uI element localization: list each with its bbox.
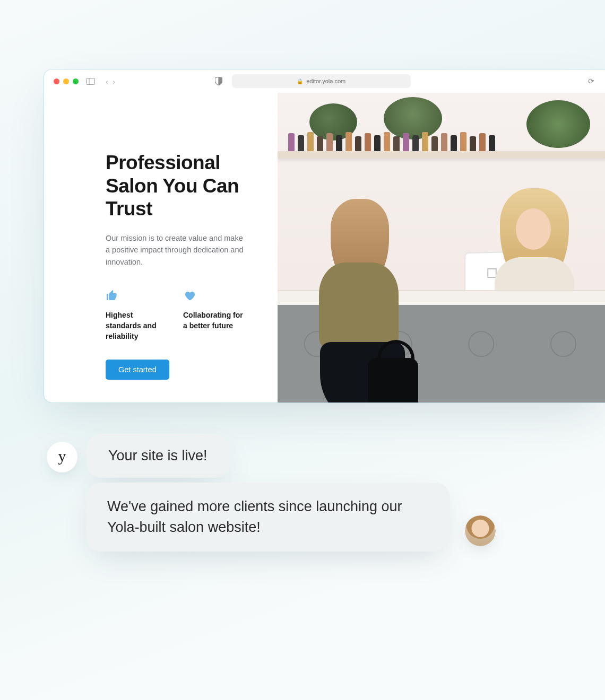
feature-item: Highest standards and reliability (106, 289, 168, 342)
chat-bubble-system: Your site is live! (86, 434, 230, 478)
chat-bubble-user: We've gained more clients since launchin… (86, 483, 450, 552)
forward-icon[interactable]: › (113, 77, 115, 85)
user-avatar (465, 515, 496, 546)
page-headline: Professional Salon You Can Trust (106, 151, 246, 221)
feature-item: Collaborating for a better future (183, 289, 246, 342)
hero-image (278, 93, 605, 402)
chat-text: We've gained more clients since launchin… (107, 498, 402, 535)
get-started-button[interactable]: Get started (106, 360, 169, 380)
browser-chrome: ‹ › 🔒 editor.yola.com ⟳ (44, 69, 605, 93)
sidebar-toggle-icon[interactable] (86, 78, 95, 85)
chat-text: Your site is live! (108, 448, 208, 463)
lock-icon: 🔒 (297, 78, 303, 84)
feature-label: Highest standards and reliability (106, 310, 168, 342)
reload-icon[interactable]: ⟳ (588, 77, 594, 85)
svg-rect-0 (87, 78, 95, 84)
minimize-icon[interactable] (63, 78, 69, 84)
brand-avatar: y (47, 442, 77, 472)
close-icon[interactable] (54, 78, 59, 84)
brand-initial: y (58, 447, 66, 465)
privacy-shield-icon[interactable] (215, 77, 222, 85)
customer-figure (299, 199, 405, 400)
maximize-icon[interactable] (73, 78, 79, 84)
nav-arrows: ‹ › (106, 77, 115, 85)
thumbs-up-icon (106, 289, 168, 303)
url-text: editor.yola.com (306, 78, 345, 84)
browser-window: ‹ › 🔒 editor.yola.com ⟳ Professional Sal… (44, 69, 605, 403)
heart-icon (183, 289, 246, 303)
feature-label: Collaborating for a better future (183, 310, 246, 331)
address-bar[interactable]: 🔒 editor.yola.com (232, 74, 411, 88)
site-preview: Professional Salon You Can Trust Our mis… (44, 93, 605, 402)
back-icon[interactable]: ‹ (106, 77, 108, 85)
mission-text: Our mission is to create value and make … (106, 232, 244, 268)
window-controls (54, 78, 79, 84)
